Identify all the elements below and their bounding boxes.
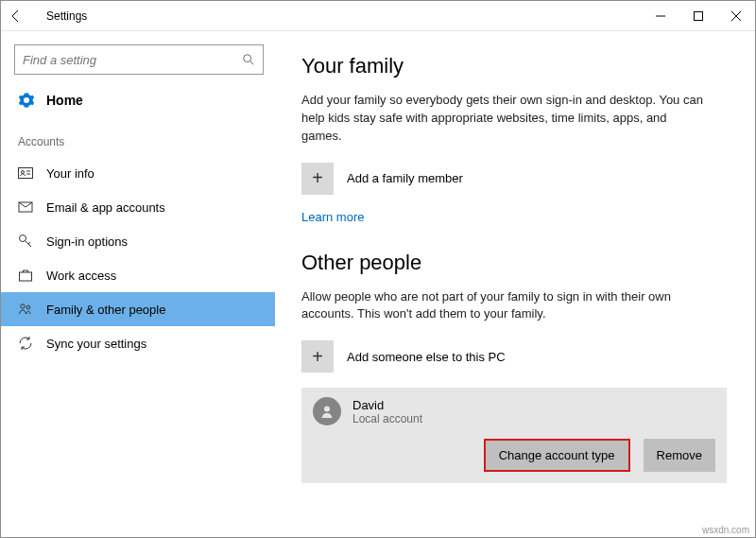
user-icon: [319, 404, 335, 419]
user-account-type: Local account: [352, 412, 422, 425]
key-icon: [18, 234, 33, 249]
add-family-member-button[interactable]: + Add a family member: [301, 163, 729, 195]
mail-icon: [18, 200, 33, 215]
sidebar-item-signin[interactable]: Sign-in options: [1, 224, 275, 258]
nav-label: Sign-in options: [46, 234, 128, 249]
titlebar: Settings: [1, 1, 755, 31]
svg-point-4: [244, 55, 251, 62]
close-icon: [731, 11, 741, 21]
sidebar-item-work[interactable]: Work access: [1, 258, 275, 292]
sidebar-item-family[interactable]: Family & other people: [1, 292, 275, 326]
sidebar-item-email[interactable]: Email & app accounts: [1, 190, 275, 224]
content-pane: Your family Add your family so everybody…: [275, 31, 755, 537]
svg-point-17: [324, 407, 330, 412]
nav-label: Work access: [46, 269, 116, 283]
maximize-button[interactable]: [679, 1, 717, 31]
add-family-label: Add a family member: [347, 171, 463, 185]
plus-icon: +: [301, 340, 334, 373]
nav-label: Your info: [46, 166, 94, 181]
svg-line-13: [28, 242, 30, 244]
window-title: Settings: [46, 9, 642, 23]
svg-line-5: [250, 61, 254, 65]
maximize-icon: [694, 11, 703, 21]
people-icon: [18, 302, 33, 317]
user-account-block[interactable]: David Local account Change account type …: [301, 388, 727, 483]
arrow-left-icon: [9, 9, 24, 24]
svg-point-11: [20, 235, 26, 242]
highlight-annotation: Change account type: [484, 439, 630, 472]
other-people-description: Allow people who are not part of your fa…: [301, 288, 708, 324]
minimize-icon: [656, 11, 665, 21]
sidebar: Home Accounts Your info Email & app acco…: [1, 31, 275, 537]
settings-window: Settings Home Accounts: [0, 0, 756, 538]
nav-label: Email & app accounts: [46, 200, 165, 215]
search-box[interactable]: [14, 44, 264, 75]
svg-rect-14: [20, 272, 32, 281]
add-other-label: Add someone else to this PC: [347, 350, 506, 364]
user-name: David: [352, 398, 422, 412]
family-description: Add your family so everybody gets their …: [301, 92, 708, 146]
minimize-button[interactable]: [642, 1, 679, 31]
user-account-header: David Local account: [313, 397, 715, 425]
svg-rect-1: [695, 11, 703, 20]
home-nav[interactable]: Home: [1, 82, 275, 118]
other-people-heading: Other people: [301, 251, 729, 275]
briefcase-icon: [18, 268, 33, 283]
close-button[interactable]: [717, 1, 755, 31]
back-button[interactable]: [1, 1, 31, 31]
plus-icon: +: [301, 163, 334, 195]
learn-more-link[interactable]: Learn more: [301, 210, 364, 224]
change-account-type-button[interactable]: Change account type: [486, 441, 628, 470]
user-actions: Change account type Remove: [313, 439, 715, 472]
add-other-user-button[interactable]: + Add someone else to this PC: [301, 340, 729, 373]
remove-user-button[interactable]: Remove: [644, 439, 715, 472]
nav-label: Sync your settings: [46, 337, 146, 351]
gear-icon: [18, 92, 35, 109]
user-info: David Local account: [352, 398, 422, 425]
svg-rect-6: [19, 168, 33, 179]
search-icon: [242, 53, 255, 66]
watermark: wsxdn.com: [702, 525, 749, 535]
nav-label: Family & other people: [46, 303, 165, 317]
person-card-icon: [18, 165, 33, 181]
sidebar-item-your-info[interactable]: Your info: [1, 156, 275, 190]
window-controls: [642, 1, 755, 31]
section-label: Accounts: [1, 118, 275, 156]
window-body: Home Accounts Your info Email & app acco…: [1, 31, 755, 537]
search-input[interactable]: [23, 53, 242, 67]
avatar: [313, 397, 341, 425]
sidebar-item-sync[interactable]: Sync your settings: [1, 326, 275, 360]
home-label: Home: [46, 93, 83, 108]
family-heading: Your family: [301, 54, 729, 78]
sync-icon: [18, 336, 33, 351]
svg-point-15: [21, 304, 25, 308]
svg-point-7: [22, 171, 25, 174]
svg-point-16: [26, 305, 30, 309]
